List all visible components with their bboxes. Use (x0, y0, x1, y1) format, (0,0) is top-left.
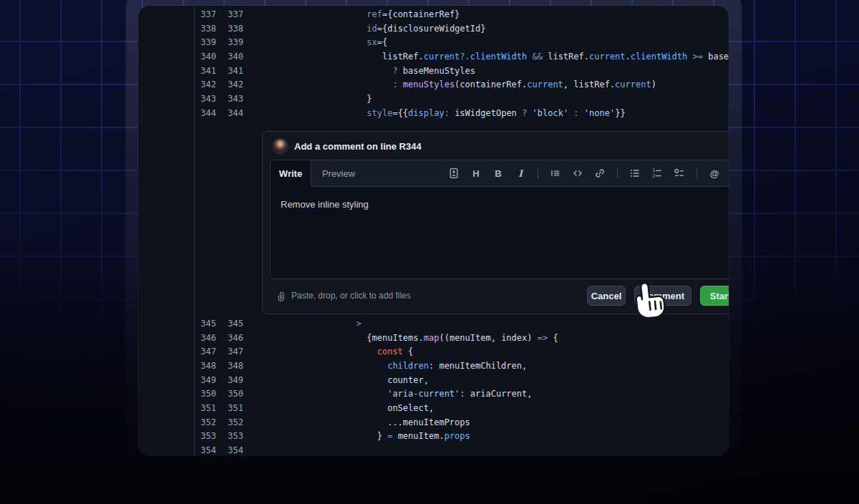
new-line-number[interactable]: 338 (219, 24, 246, 34)
editor-tabstrip: Write Preview H B I (271, 160, 729, 187)
new-line-number[interactable]: 339 (219, 37, 246, 47)
ordered-list-button[interactable]: 1 2 (650, 166, 664, 180)
comment-editor: Write Preview H B I (270, 160, 729, 279)
insert-suggestion-button[interactable] (447, 166, 461, 180)
old-line-number[interactable]: 351 (195, 403, 219, 413)
new-line-number[interactable]: 348 (219, 361, 246, 371)
new-line-number[interactable]: 354 (219, 445, 246, 455)
link-button[interactable] (593, 166, 607, 180)
old-line-number[interactable]: 346 (195, 333, 219, 343)
code-row: 338338 id={disclosureWidgetId} (195, 21, 729, 36)
quote-button[interactable] (548, 166, 563, 180)
unordered-list-icon (629, 168, 641, 179)
old-line-number[interactable]: 350 (195, 389, 219, 399)
code-row: 349349 counter, (195, 373, 729, 387)
task-list-icon (674, 168, 685, 179)
screenshot-stage: 337337 ref={containerRef}338338 id={disc… (0, 0, 859, 504)
code-line: style={{display: isWidgetOpen ? 'block' … (246, 108, 626, 118)
code-row: 353353 } = menuItem.props (195, 430, 729, 444)
old-line-number[interactable]: 348 (195, 361, 219, 371)
code-line: } = menuItem.props (246, 431, 470, 441)
new-line-number[interactable]: 353 (219, 431, 246, 441)
new-line-number[interactable]: 337 (219, 9, 246, 19)
code-row: 347347 const { (195, 344, 729, 359)
old-line-number[interactable]: 343 (195, 94, 219, 104)
cancel-button[interactable]: Cancel (587, 286, 626, 306)
old-line-number[interactable]: 339 (195, 37, 219, 47)
code-row: 351351 onSelect, (195, 401, 729, 415)
old-line-number[interactable]: 353 (195, 431, 219, 441)
new-line-number[interactable]: 351 (219, 403, 246, 413)
diff-panel: 337337 ref={containerRef}338338 id={disc… (195, 6, 729, 455)
old-line-number[interactable]: 342 (195, 79, 219, 89)
old-line-number[interactable]: 341 (195, 66, 219, 76)
italic-button[interactable]: I (513, 166, 528, 180)
new-line-number[interactable]: 346 (219, 333, 246, 343)
diff-left-gutter (138, 6, 195, 455)
unordered-list-button[interactable] (628, 166, 642, 180)
code-line: children: menuItemChildren, (246, 361, 527, 371)
old-line-number[interactable]: 354 (195, 445, 219, 455)
code-row: 340340 listRef.current?.clientWidth && l… (195, 49, 729, 64)
new-line-number[interactable]: 343 (219, 94, 246, 104)
comment-input[interactable]: Remove inline styling (271, 187, 729, 278)
code-line: {menuItems.map((menuItem, index) => { (246, 333, 558, 343)
code-line: ? baseMenuStyles (246, 66, 475, 76)
quote-icon (550, 168, 561, 179)
code-line: ref={containerRef} (246, 9, 460, 19)
code-block-top: 337337 ref={containerRef}338338 id={disc… (195, 7, 729, 120)
mention-button[interactable]: @ (707, 166, 722, 180)
code-button[interactable] (571, 166, 585, 180)
old-line-number[interactable]: 340 (195, 52, 219, 62)
code-row: 352352 ...menuItemProps (195, 415, 729, 430)
toolbar-divider (697, 168, 697, 179)
mention-icon: @ (710, 168, 719, 179)
old-line-number[interactable]: 352 (195, 417, 219, 427)
start-review-button[interactable]: Start a review (700, 286, 729, 306)
code-line: id={disclosureWidgetId} (246, 24, 485, 34)
toolbar-divider (617, 168, 618, 179)
new-line-number[interactable]: 344 (219, 108, 246, 118)
new-line-number[interactable]: 340 (219, 52, 246, 62)
code-line: > (246, 319, 361, 329)
new-line-number[interactable]: 349 (219, 375, 246, 385)
old-line-number[interactable]: 344 (195, 108, 219, 118)
inline-comment-card: Add a comment on line R344 Write Preview (262, 131, 729, 314)
code-row: 341341 ? baseMenuStyles (195, 64, 729, 78)
code-line: } (246, 94, 372, 104)
code-line: ...menuItemProps (246, 417, 470, 427)
attach-files-area[interactable]: Paste, drop, or click to add files (276, 278, 411, 314)
comment-header: Add a comment on line R344 (273, 137, 422, 155)
comment-button[interactable]: Comment (634, 286, 691, 306)
code-icon (572, 168, 583, 179)
link-icon (594, 168, 606, 179)
old-line-number[interactable]: 338 (195, 24, 219, 34)
heading-button[interactable]: H (469, 166, 483, 180)
new-line-number[interactable]: 352 (219, 417, 246, 427)
code-block-bottom: 345345 >346346 {menuItems.map((menuItem,… (195, 316, 729, 455)
old-line-number[interactable]: 337 (195, 9, 219, 19)
code-row: 344344 style={{display: isWidgetOpen ? '… (195, 106, 729, 120)
code-row: 348348 children: menuItemChildren, (195, 359, 729, 373)
code-row: 345345 > (195, 316, 729, 331)
italic-icon: I (518, 168, 523, 179)
new-line-number[interactable]: 347 (219, 346, 246, 357)
bold-button[interactable]: B (491, 166, 505, 180)
new-line-number[interactable]: 345 (219, 319, 246, 329)
code-row: 343343 } (195, 92, 729, 106)
bold-icon: B (495, 168, 501, 179)
old-line-number[interactable]: 345 (195, 319, 219, 329)
github-window: 337337 ref={containerRef}338338 id={disc… (138, 6, 729, 455)
tab-write[interactable]: Write (271, 160, 311, 187)
task-list-button[interactable] (672, 166, 686, 180)
tab-preview[interactable]: Preview (311, 160, 366, 186)
new-line-number[interactable]: 341 (219, 66, 246, 76)
old-line-number[interactable]: 349 (195, 375, 219, 385)
old-line-number[interactable]: 347 (195, 346, 219, 357)
code-line: const { (246, 346, 413, 357)
code-row: 350350 'aria-current': ariaCurrent, (195, 387, 729, 401)
code-line: sx={ (246, 37, 387, 47)
code-line: listRef.current?.clientWidth && listRef.… (246, 52, 729, 62)
new-line-number[interactable]: 350 (219, 389, 246, 399)
new-line-number[interactable]: 342 (219, 79, 246, 89)
